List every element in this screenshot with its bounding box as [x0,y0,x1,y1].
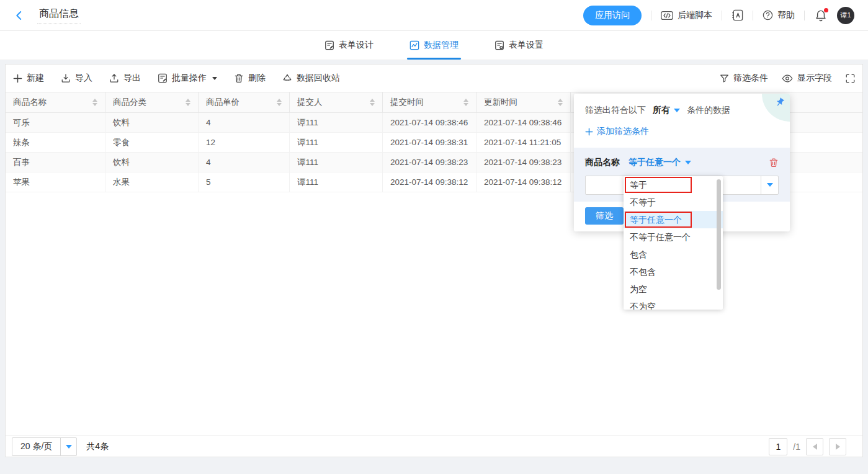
operator-option[interactable]: 为空 [624,280,723,298]
column-label: 商品单价 [206,97,239,108]
import-icon [61,73,71,83]
table-cell: 2021-07-14 09:38:12 [383,172,477,192]
column-header[interactable]: 商品单价 [199,92,290,113]
avatar[interactable]: 谭1 [837,7,854,24]
prev-page-button[interactable] [806,438,823,455]
tab-form-settings[interactable]: 表单设置 [494,31,544,60]
export-button[interactable]: 导出 [109,73,141,84]
table-cell: 零食 [105,133,199,153]
tab-form-design[interactable]: 表单设计 [324,31,374,60]
operator-dropdown-list: 等于不等于等于任意一个不等于任意一个包含不包含为空不为空 [624,176,723,310]
chevron-down-icon [212,77,217,80]
table-cell: 饮料 [105,113,199,133]
delete-button[interactable]: 删除 [234,73,266,84]
value-dropdown-toggle[interactable] [761,176,778,194]
table-cell: 2021-07-14 09:38:46 [477,113,571,133]
app-access-button[interactable]: 应用访问 [583,6,642,25]
plus-icon [13,74,22,83]
filter-intro-suffix: 条件的数据 [687,105,730,116]
dictionary-icon[interactable] [732,9,743,21]
back-icon[interactable] [14,10,25,21]
next-page-button[interactable] [829,438,846,455]
match-mode-select[interactable]: 所有 [653,105,680,116]
column-label: 提交时间 [390,97,424,108]
divider [651,11,651,20]
sort-icon[interactable] [558,99,563,106]
table-cell: 谭111 [290,172,383,192]
recycle-bin-button[interactable]: 数据回收站 [282,73,340,84]
batch-operation-button[interactable]: 批量操作 [158,73,217,84]
table-cell: 5 [199,172,290,192]
import-button[interactable]: 导入 [61,73,92,84]
recycle-icon [282,73,292,83]
table-cell: 12 [199,133,290,153]
notification-dot [824,8,828,12]
column-header[interactable]: 更新时间 [477,92,571,113]
sort-icon[interactable] [277,99,282,106]
sort-icon[interactable] [92,99,97,106]
help-button[interactable]: 帮助 [763,10,795,21]
tab-bar: 表单设计 数据管理 表单设置 [0,31,868,60]
dropdown-scrollbar[interactable] [717,179,721,290]
operator-option[interactable]: 包含 [624,246,723,263]
column-label: 商品分类 [113,97,146,108]
column-header[interactable]: 提交时间 [383,92,477,113]
sort-icon[interactable] [186,99,190,106]
table-cell: 谭111 [290,113,383,133]
column-header[interactable]: 提交人 [290,92,383,113]
operator-option[interactable]: 不包含 [624,263,723,280]
column-label: 提交人 [297,97,323,108]
delete-condition-icon[interactable] [769,158,779,168]
apply-filter-button[interactable]: 筛选 [585,207,624,225]
column-label: 更新时间 [484,97,517,108]
page-size-toggle[interactable] [60,438,76,455]
sort-icon[interactable] [463,99,468,106]
code-icon [661,11,673,20]
column-header[interactable]: 商品分类 [105,92,199,113]
plus-icon [585,128,593,136]
divider [722,11,722,20]
filter-panel-top: 筛选出符合以下 所有 条件的数据 添加筛选条件 [574,94,790,138]
operator-option[interactable]: 不等于任意一个 [624,228,723,246]
table-cell: 百事 [6,153,105,172]
sort-icon[interactable] [370,99,375,106]
filter-intro-prefix: 筛选出符合以下 [585,105,646,116]
operator-option[interactable]: 不为空 [624,298,723,310]
toolbar: 新建 导入 导出 批量操作 删除 数据回收站 筛选条件 [6,65,862,92]
export-icon [109,73,119,83]
chevron-down-icon [685,161,691,164]
filter-intro: 筛选出符合以下 所有 条件的数据 [585,105,779,116]
form-design-icon [324,40,334,50]
table-cell: 4 [199,153,290,172]
show-fields-button[interactable]: 显示字段 [782,73,832,84]
add-condition-button[interactable]: 添加筛选条件 [585,126,649,137]
fullscreen-icon[interactable] [846,74,855,83]
table-cell: 2021-07-14 09:38:12 [477,172,571,192]
table-cell: 2021-07-14 09:38:31 [383,133,477,153]
condition-field[interactable]: 商品名称 [585,157,620,168]
page-count: /1 [793,442,800,452]
eye-icon [782,74,793,83]
table-cell: 苹果 [6,172,105,192]
operator-option[interactable]: 等于任意一个 [624,211,723,228]
page-number-input[interactable]: 1 [769,438,787,455]
column-header[interactable]: 商品名称 [6,92,105,113]
filter-conditions-button[interactable]: 筛选条件 [720,73,768,84]
question-circle-icon [763,10,773,20]
toolbar-right: 筛选条件 显示字段 [720,73,855,84]
page-size-select[interactable]: 20 条/页 [12,437,77,456]
trash-icon [234,73,244,83]
condition-operator-select[interactable]: 等于任意一个 [629,157,691,168]
backend-script-button[interactable]: 后端脚本 [661,10,712,21]
page-title[interactable]: 商品信息 [37,6,81,24]
operator-option[interactable]: 不等于 [624,194,723,211]
chevron-left-icon [813,444,817,450]
tab-data-management[interactable]: 数据管理 [409,31,459,60]
table-cell: 水果 [105,172,199,192]
batch-doc-icon [158,73,168,83]
new-button[interactable]: 新建 [13,73,44,84]
notification-bell-icon[interactable] [814,8,828,23]
chevron-down-icon [767,183,773,187]
operator-option[interactable]: 等于 [624,176,723,194]
table-cell: 谭111 [290,133,383,153]
